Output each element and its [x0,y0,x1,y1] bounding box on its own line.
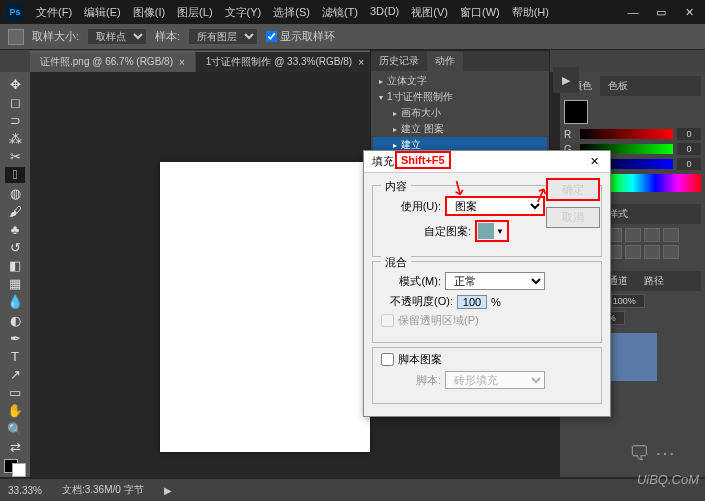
disclosure-icon[interactable]: ▸ [393,109,397,118]
menu-3d[interactable]: 3D(D) [366,2,403,23]
menu-view[interactable]: 视图(V) [407,2,452,23]
tab-close-icon[interactable]: × [179,57,185,68]
status-triangle-icon[interactable]: ▶ [164,485,172,496]
custom-pattern-picker[interactable]: ▼ [475,220,509,242]
sample-layer-select[interactable]: 所有图层 [188,28,258,45]
g-value[interactable]: 0 [677,143,701,155]
path-tool[interactable]: ↗ [5,367,25,383]
swatches-tab[interactable]: 色板 [600,76,636,96]
b-value[interactable]: 0 [677,158,701,170]
dodge-tool[interactable]: ◐ [5,312,25,328]
script-pattern-checkbox[interactable] [381,353,394,366]
doc-tab-1[interactable]: 证件照.png @ 66.7% (RGB/8)× [30,51,195,72]
window-controls: — ▭ ✕ [623,6,699,19]
move-tool[interactable]: ✥ [5,76,25,92]
eyedropper-tool[interactable]: 𓎛 [5,167,25,183]
history-brush-tool[interactable]: ↺ [5,239,25,255]
preserve-transparency-checkbox [381,314,394,327]
opacity-input[interactable] [457,295,487,309]
menu-edit[interactable]: 编辑(E) [80,2,125,23]
script-group: 脚本图案 脚本: 砖形填充 [372,347,602,404]
adj-icon[interactable] [644,228,660,242]
doc-tab-2[interactable]: 1寸证件照制作 @ 33.3%(RGB/8)× [196,51,374,72]
play-button-large[interactable]: ▶ [553,67,579,93]
script-label: 脚本: [381,373,441,388]
zoom-tool[interactable]: 🔍 [5,421,25,437]
history-tab[interactable]: 历史记录 [371,51,427,71]
cancel-button[interactable]: 取消 [546,207,600,228]
type-tool[interactable]: T [5,348,25,364]
menu-layer[interactable]: 图层(L) [173,2,216,23]
eraser-tool[interactable]: ◧ [5,258,25,274]
script-select: 砖形填充 [445,371,545,389]
blur-tool[interactable]: 💧 [5,294,25,310]
actions-tab[interactable]: 动作 [427,51,463,71]
menu-window[interactable]: 窗口(W) [456,2,504,23]
disclosure-icon[interactable]: ▾ [379,93,383,102]
menu-select[interactable]: 选择(S) [269,2,314,23]
action-item[interactable]: ▾1寸证件照制作 [373,89,547,105]
action-step[interactable]: ▸画布大小 [373,105,547,121]
pen-tool[interactable]: ✒ [5,330,25,346]
color-swatches[interactable] [4,459,26,477]
adj-icon[interactable] [644,245,660,259]
use-select[interactable]: 图案 [445,196,545,216]
hand-tool[interactable]: ✋ [5,403,25,419]
dropdown-icon[interactable]: ▼ [494,227,506,236]
menu-filter[interactable]: 滤镜(T) [318,2,362,23]
background-color[interactable] [12,463,26,477]
stamp-tool[interactable]: ♣ [5,221,25,237]
content-group-label: 内容 [381,179,411,194]
layer-thumbnail[interactable] [609,333,657,381]
menu-type[interactable]: 文字(Y) [221,2,266,23]
shape-tool[interactable]: ▭ [5,385,25,401]
heal-tool[interactable]: ◍ [5,185,25,201]
action-item[interactable]: ▸立体文字 [373,73,547,89]
percent-label: % [491,296,501,308]
minimize-icon[interactable]: — [623,6,643,19]
custom-pattern-label: 自定图案: [381,224,471,239]
sample-size-select[interactable]: 取样点 [87,28,147,45]
color-swap-icon[interactable]: ⇄ [5,439,25,455]
tab-close-icon[interactable]: × [358,57,364,68]
marquee-tool[interactable]: ◻ [5,94,25,110]
adj-icon[interactable] [625,245,641,259]
blend-group: 混合 模式(M): 正常 不透明度(O): % 保留透明区域(P) [372,261,602,343]
opacity-value[interactable] [611,294,645,308]
sample-size-label: 取样大小: [32,29,79,44]
adj-icon[interactable] [663,228,679,242]
brush-tool[interactable]: 🖌 [5,203,25,219]
crop-tool[interactable]: ✂ [5,149,25,165]
menu-help[interactable]: 帮助(H) [508,2,553,23]
action-step[interactable]: ▸建立 图案 [373,121,547,137]
script-pattern-label: 脚本图案 [398,352,442,367]
paths-tab[interactable]: 路径 [636,271,672,291]
lasso-tool[interactable]: ⊃ [5,112,25,128]
canvas[interactable] [160,162,370,452]
adj-icon[interactable] [625,228,641,242]
tools-panel: ✥ ◻ ⊃ ⁂ ✂ 𓎛 ◍ 🖌 ♣ ↺ ◧ ▦ 💧 ◐ ✒ T ↗ ▭ ✋ 🔍 … [0,72,30,477]
app-icon: Ps [6,3,24,21]
ok-button[interactable]: 确定 [546,178,600,201]
doc-info[interactable]: 文档:3.36M/0 字节 [62,483,144,497]
dialog-close-icon[interactable]: ✕ [586,155,602,168]
shortcut-annotation: Shift+F5 [395,151,451,169]
menu-image[interactable]: 图像(I) [129,2,169,23]
fg-swatch[interactable] [564,100,588,124]
eyedropper-icon[interactable] [8,29,24,45]
menu-file[interactable]: 文件(F) [32,2,76,23]
mode-select[interactable]: 正常 [445,272,545,290]
use-label: 使用(U): [381,199,441,214]
zoom-level[interactable]: 33.33% [8,485,42,496]
disclosure-icon[interactable]: ▸ [393,141,397,150]
r-slider[interactable] [580,129,673,139]
show-ring-checkbox[interactable]: 显示取样环 [266,29,335,44]
disclosure-icon[interactable]: ▸ [393,125,397,134]
wand-tool[interactable]: ⁂ [5,130,25,146]
disclosure-icon[interactable]: ▸ [379,77,383,86]
gradient-tool[interactable]: ▦ [5,276,25,292]
adj-icon[interactable] [663,245,679,259]
close-icon[interactable]: ✕ [679,6,699,19]
r-value[interactable]: 0 [677,128,701,140]
maximize-icon[interactable]: ▭ [651,6,671,19]
